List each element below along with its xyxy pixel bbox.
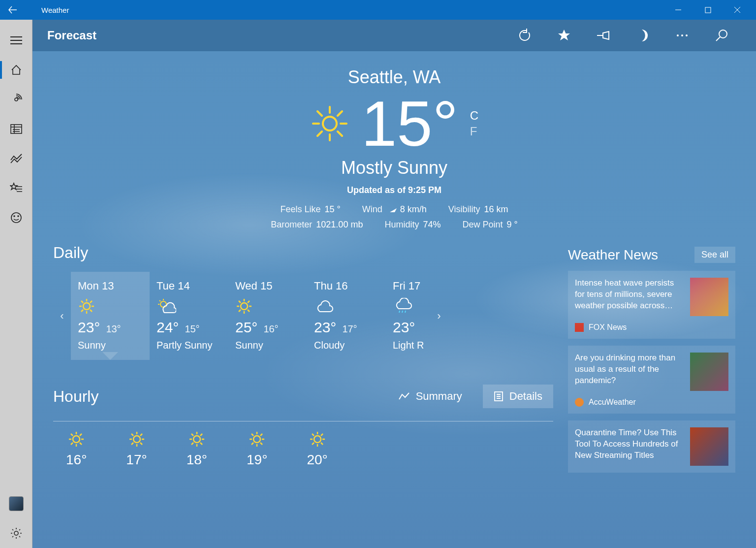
svg-point-3 [11,213,21,223]
source-icon [575,398,584,407]
back-button[interactable] [8,5,28,15]
updated-time: Updated as of 9:25 PM [53,185,735,195]
titlebar: Weather [0,0,756,20]
sidebar-settings[interactable] [0,518,32,548]
humidity: Humidity74% [384,220,441,230]
page-title: Forecast [47,29,96,42]
unit-f[interactable]: F [470,125,477,138]
svg-point-20 [314,436,321,443]
svg-point-9 [686,34,688,36]
hamburger-button[interactable] [0,26,32,55]
current-condition: Mostly Sunny [53,158,735,178]
sidebar-item-favorites[interactable] [0,173,32,203]
svg-rect-2 [11,125,22,133]
daily-title: Daily [53,244,553,262]
barometer: Barometer1021.00 mb [271,220,363,230]
svg-point-12 [83,303,90,310]
news-card[interactable]: Intense heat wave persists for tens of m… [568,271,735,339]
cloud-icon [314,296,379,316]
partly-sunny-icon [157,296,221,316]
visibility: Visibility16 km [448,204,508,215]
pin-button[interactable] [584,20,623,51]
current-temp: 15° [361,92,458,156]
day-card-mon[interactable]: Mon 13 23°13° Sunny [71,272,150,360]
hour-item: 20° [307,430,327,468]
svg-point-7 [677,34,679,36]
header-bar: Forecast [32,20,756,51]
svg-point-5 [18,216,19,217]
maximize-button[interactable] [693,0,723,20]
news-column: Weather News See all Intense heat wave p… [568,244,735,480]
svg-point-4 [14,216,15,217]
news-thumb [690,353,728,391]
refresh-button[interactable] [505,20,544,51]
wind: Wind 8 km/h [362,204,427,215]
svg-point-18 [193,436,200,443]
search-button[interactable] [702,20,741,51]
daily-prev[interactable]: ‹ [53,310,71,322]
daily-next[interactable]: › [430,310,448,322]
sidebar-item-historical[interactable] [0,114,32,144]
svg-point-16 [73,436,80,443]
hour-item: 16° [66,430,87,468]
svg-point-11 [323,117,337,130]
rain-icon [393,296,423,316]
sidebar [0,20,32,548]
day-card-tue[interactable]: Tue 14 24°15° Partly Sunny [150,272,228,360]
feels-like: Feels Like15 ° [280,204,340,215]
day-card-thu[interactable]: Thu 16 23°17° Cloudy [307,272,386,360]
svg-rect-0 [705,7,711,13]
window-title: Weather [41,6,69,14]
news-thumb [690,278,728,316]
sidebar-item-feedback[interactable] [0,203,32,232]
see-all-button[interactable]: See all [694,247,735,263]
sidebar-account[interactable] [0,489,32,518]
hour-item: 19° [247,430,267,468]
hour-item: 18° [187,430,207,468]
sidebar-item-hourly[interactable] [0,144,32,173]
svg-point-8 [681,34,683,36]
close-button[interactable] [723,0,752,20]
current-conditions: Seattle, WA 15° C F Mostly Sunny Updated… [53,67,735,230]
location: Seattle, WA [53,67,735,88]
svg-point-14 [241,303,248,310]
sidebar-item-maps[interactable] [0,85,32,114]
news-thumb [690,427,728,466]
sun-icon [235,296,300,316]
hourly-strip[interactable]: 16° 17° 18° 19° [53,421,553,468]
svg-point-1 [15,98,18,101]
source-icon [575,323,584,332]
hourly-title: Hourly [53,387,98,406]
svg-point-19 [253,436,260,443]
svg-point-6 [14,531,18,535]
news-card[interactable]: Are you drinking more than usual as a re… [568,346,735,414]
news-title: Weather News [568,247,658,263]
summary-toggle[interactable]: Summary [387,385,473,408]
favorite-button[interactable] [544,20,584,51]
sun-icon [78,296,143,316]
more-button[interactable] [662,20,702,51]
day-card-fri[interactable]: Fri 17 23° Light R [386,272,430,360]
dew-point: Dew Point9 ° [462,220,517,230]
minimize-button[interactable] [663,0,693,20]
daily-forecast-row: ‹ Mon 13 23°13° Sunny Tue 14 24°15° Part… [53,272,553,360]
day-card-wed[interactable]: Wed 15 25°16° Sunny [228,272,307,360]
moon-icon[interactable] [623,20,662,51]
details-toggle[interactable]: Details [483,385,553,408]
hour-item: 17° [126,430,147,468]
sidebar-item-forecast[interactable] [0,55,32,85]
content-area: Seattle, WA 15° C F Mostly Sunny Updated… [32,51,756,548]
unit-c[interactable]: C [470,109,478,123]
news-card[interactable]: Quarantine Time? Use This Tool To Access… [568,420,735,473]
sun-icon [310,104,349,143]
svg-point-10 [719,30,727,38]
svg-point-17 [133,436,140,443]
